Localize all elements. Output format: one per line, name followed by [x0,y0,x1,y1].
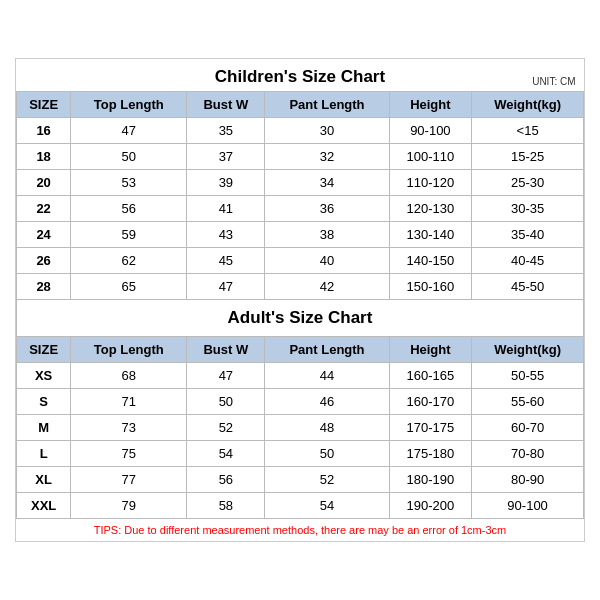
children-col-bust-w: Bust W [187,92,265,118]
cell: 45-50 [472,274,584,300]
cell: 44 [265,363,389,389]
table-row: 24 59 43 38 130-140 35-40 [17,222,584,248]
cell: 54 [187,441,265,467]
cell: 59 [71,222,187,248]
cell: 56 [71,196,187,222]
cell: 37 [187,144,265,170]
adult-col-height: Height [389,337,472,363]
cell: S [17,389,71,415]
cell: 26 [17,248,71,274]
table-row: S 71 50 46 160-170 55-60 [17,389,584,415]
cell: 90-100 [389,118,472,144]
cell: 35 [187,118,265,144]
adult-header-row: SIZE Top Length Bust W Pant Length Heigh… [17,337,584,363]
cell: 24 [17,222,71,248]
cell: 150-160 [389,274,472,300]
cell: 48 [265,415,389,441]
table-row: 16 47 35 30 90-100 <15 [17,118,584,144]
children-title-row: Children's Size Chart UNIT: CM [17,59,584,92]
chart-container: Children's Size Chart UNIT: CM SIZE Top … [15,58,585,542]
cell: 60-70 [472,415,584,441]
adult-col-weight: Weight(kg) [472,337,584,363]
table-row: 28 65 47 42 150-160 45-50 [17,274,584,300]
adult-title-row: Adult's Size Chart [17,300,584,337]
cell: 18 [17,144,71,170]
table-row: 18 50 37 32 100-110 15-25 [17,144,584,170]
cell: 120-130 [389,196,472,222]
cell: M [17,415,71,441]
unit-label: UNIT: CM [532,76,575,87]
cell: 45 [187,248,265,274]
cell: 175-180 [389,441,472,467]
cell: 40-45 [472,248,584,274]
cell: 46 [265,389,389,415]
cell: XL [17,467,71,493]
cell: 52 [265,467,389,493]
table-row: 26 62 45 40 140-150 40-45 [17,248,584,274]
cell: 110-120 [389,170,472,196]
adult-col-size: SIZE [17,337,71,363]
cell: 73 [71,415,187,441]
cell: XXL [17,493,71,519]
table-row: L 75 54 50 175-180 70-80 [17,441,584,467]
tips-text: TIPS: Due to different measurement metho… [94,524,506,536]
cell: 20 [17,170,71,196]
cell: 130-140 [389,222,472,248]
cell: 39 [187,170,265,196]
table-row: XS 68 47 44 160-165 50-55 [17,363,584,389]
table-row: XL 77 56 52 180-190 80-90 [17,467,584,493]
adult-col-pant-length: Pant Length [265,337,389,363]
cell: 36 [265,196,389,222]
cell: 62 [71,248,187,274]
cell: 100-110 [389,144,472,170]
cell: 170-175 [389,415,472,441]
cell: 55-60 [472,389,584,415]
adult-chart-title: Adult's Size Chart [228,308,373,327]
cell: 16 [17,118,71,144]
cell: XS [17,363,71,389]
children-col-height: Height [389,92,472,118]
cell: 160-170 [389,389,472,415]
cell: 140-150 [389,248,472,274]
cell: 28 [17,274,71,300]
cell: 50 [71,144,187,170]
cell: 47 [187,274,265,300]
cell: 77 [71,467,187,493]
cell: 75 [71,441,187,467]
cell: 42 [265,274,389,300]
cell: 180-190 [389,467,472,493]
cell: 50-55 [472,363,584,389]
cell: <15 [472,118,584,144]
children-chart-title: Children's Size Chart [215,67,385,87]
children-col-pant-length: Pant Length [265,92,389,118]
cell: 90-100 [472,493,584,519]
cell: 50 [187,389,265,415]
children-header-row: SIZE Top Length Bust W Pant Length Heigh… [17,92,584,118]
cell: 34 [265,170,389,196]
cell: 22 [17,196,71,222]
cell: 35-40 [472,222,584,248]
cell: 56 [187,467,265,493]
children-col-top-length: Top Length [71,92,187,118]
cell: 70-80 [472,441,584,467]
table-row: M 73 52 48 170-175 60-70 [17,415,584,441]
adult-col-top-length: Top Length [71,337,187,363]
cell: 50 [265,441,389,467]
cell: 53 [71,170,187,196]
table-row: 22 56 41 36 120-130 30-35 [17,196,584,222]
cell: 190-200 [389,493,472,519]
cell: 25-30 [472,170,584,196]
cell: 41 [187,196,265,222]
adult-col-bust-w: Bust W [187,337,265,363]
cell: 47 [71,118,187,144]
table-row: XXL 79 58 54 190-200 90-100 [17,493,584,519]
cell: 54 [265,493,389,519]
cell: 30 [265,118,389,144]
cell: 65 [71,274,187,300]
cell: 58 [187,493,265,519]
table-row: 20 53 39 34 110-120 25-30 [17,170,584,196]
cell: 32 [265,144,389,170]
cell: 52 [187,415,265,441]
cell: 79 [71,493,187,519]
cell: 38 [265,222,389,248]
